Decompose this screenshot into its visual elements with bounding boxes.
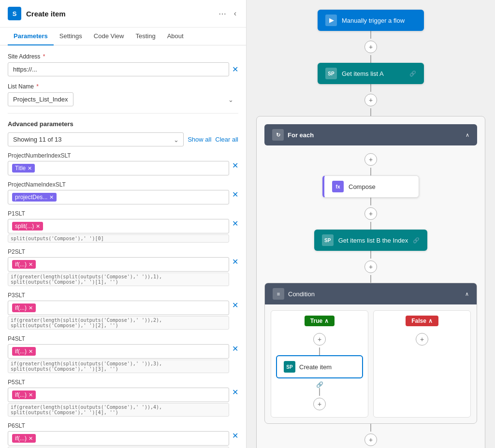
p6slt-label: P6SLT (8, 422, 238, 429)
project-name-input[interactable]: projectDes... ✕ (8, 190, 229, 204)
p1slt-clear[interactable]: ✕ (232, 219, 238, 228)
get-items-b-node[interactable]: SP Get items list B the Index 🔗 (314, 230, 428, 251)
for-each-content: + fx Compose + SP Get items list B the I… (264, 151, 477, 448)
p6slt-input[interactable]: if(...) ✕ (8, 431, 229, 446)
trigger-node[interactable]: ▶ Manually trigger a flow (318, 10, 424, 31)
connector1 (370, 31, 371, 39)
required-star2: * (36, 83, 39, 90)
p5slt-input[interactable]: if(...) ✕ (8, 388, 229, 402)
p5slt-section: P5SLT if(...) ✕ if(greater(length(split(… (8, 379, 238, 417)
p1slt-input[interactable]: split(...) ✕ (8, 219, 229, 233)
more-button[interactable]: ⋯ (217, 8, 228, 19)
condition-label: Condition (288, 290, 315, 298)
tabs-bar: Parameters Settings Code View Testing Ab… (0, 28, 246, 45)
plus1[interactable]: + (364, 41, 377, 53)
create-item-icon: SP (284, 361, 295, 373)
p3slt-clear[interactable]: ✕ (232, 301, 238, 310)
trigger-label: Manually trigger a flow (342, 17, 405, 24)
get-items-b-label: Get items list B the Index (338, 237, 408, 244)
get-items-a-node[interactable]: SP Get items list A 🔗 (318, 63, 424, 84)
list-name-label: List Name * (8, 83, 238, 90)
plus3[interactable]: + (364, 153, 377, 166)
false-branch: False ∧ + (373, 310, 471, 418)
title-token-remove[interactable]: ✕ (28, 165, 32, 172)
plus2[interactable]: + (364, 94, 377, 106)
false-branch-header: False ∧ (406, 316, 438, 326)
project-name-clear[interactable]: ✕ (232, 190, 238, 199)
tab-code-view[interactable]: Code View (88, 28, 130, 45)
plus-true[interactable]: + (313, 333, 326, 346)
tab-testing[interactable]: Testing (130, 28, 161, 45)
if5-token-remove[interactable]: ✕ (29, 392, 33, 398)
project-number-label: ProjectNumberIndexSLT (8, 152, 238, 159)
project-number-section: ProjectNumberIndexSLT Title ✕ ✕ (8, 152, 238, 175)
condition-chevron: ∧ (465, 291, 469, 297)
condition-header[interactable]: ≡ Condition ∧ (265, 283, 477, 304)
plus-true2[interactable]: + (313, 398, 326, 410)
create-item-label: Create item (299, 363, 332, 371)
clear-all-button[interactable]: Clear all (215, 136, 238, 143)
connector6 (370, 198, 371, 205)
p2slt-clear[interactable]: ✕ (232, 257, 238, 266)
plus-false[interactable]: + (416, 333, 428, 346)
advanced-select[interactable]: Showing 11 of 13 (8, 132, 184, 146)
p5slt-clear[interactable]: ✕ (232, 388, 238, 397)
p3slt-input[interactable]: if(...) ✕ (8, 301, 229, 315)
get-items-b-icon: SP (322, 234, 334, 246)
connector10 (370, 424, 371, 432)
for-each-icon: ↻ (272, 129, 284, 141)
collapse-button[interactable]: ‹ (232, 8, 238, 19)
for-each-header[interactable]: ↻ For each ∧ (264, 124, 477, 145)
false-chevron: ∧ (428, 318, 433, 324)
compose-node[interactable]: fx Compose (322, 175, 419, 198)
if4-token: if(...) ✕ (12, 347, 36, 356)
get-items-a-label: Get items list A (342, 70, 384, 77)
projectdes-token-remove[interactable]: ✕ (49, 194, 54, 201)
create-item-node[interactable]: SP Create item (276, 355, 363, 378)
true-branch-header: True ∧ (305, 316, 335, 326)
site-address-clear[interactable]: ✕ (232, 65, 238, 74)
connector-true2 (319, 388, 320, 396)
p2slt-label: P2SLT (8, 248, 238, 255)
panel-header: S Create item ⋯ ‹ (0, 0, 246, 28)
if4-token-remove[interactable]: ✕ (29, 348, 33, 355)
get-items-a-icon: SP (325, 68, 337, 79)
if3-token-remove[interactable]: ✕ (29, 305, 33, 311)
for-each-label: For each (288, 131, 314, 139)
advanced-controls: Showing 11 of 13 Show all Clear all (8, 132, 238, 146)
list-name-select-wrapper: Projects_List_Index (8, 92, 238, 106)
p2slt-input[interactable]: if(...) ✕ (8, 257, 229, 272)
condition-header-left: ≡ Condition (273, 288, 315, 300)
if6-token-remove[interactable]: ✕ (29, 435, 33, 442)
site-address-row: ✕ (8, 62, 238, 76)
panel-body: Site Address * ✕ List Name * Projects_Li… (0, 45, 246, 448)
tab-about[interactable]: About (161, 28, 189, 45)
project-number-row: Title ✕ ✕ (8, 161, 238, 175)
plus4[interactable]: + (364, 207, 377, 220)
tab-settings[interactable]: Settings (54, 28, 88, 45)
required-star: * (43, 53, 45, 60)
p4slt-input[interactable]: if(...) ✕ (8, 344, 229, 359)
connector9 (370, 275, 371, 283)
project-number-input[interactable]: Title ✕ (8, 161, 229, 175)
split-token-remove[interactable]: ✕ (36, 223, 40, 230)
tab-parameters[interactable]: Parameters (8, 28, 54, 45)
p6slt-clear[interactable]: ✕ (232, 431, 238, 440)
if2-token-remove[interactable]: ✕ (29, 261, 33, 268)
connector3 (370, 84, 371, 92)
list-name-select[interactable]: Projects_List_Index (8, 92, 73, 106)
project-number-clear[interactable]: ✕ (232, 161, 238, 170)
connector5 (370, 168, 371, 175)
p4slt-clear[interactable]: ✕ (232, 344, 238, 353)
projectdes-token: projectDes... ✕ (12, 193, 57, 202)
site-address-label: Site Address * (8, 53, 238, 60)
false-label: False (411, 318, 426, 324)
p4slt-section: P4SLT if(...) ✕ if(greater(length(split(… (8, 335, 238, 373)
show-all-button[interactable]: Show all (188, 136, 211, 143)
plus5[interactable]: + (364, 260, 377, 273)
site-address-input[interactable] (8, 62, 229, 76)
site-address-section: Site Address * ✕ (8, 53, 238, 76)
panel-title: Create item (26, 10, 212, 18)
for-each-header-left: ↻ For each (272, 129, 314, 141)
plus6[interactable]: + (364, 434, 377, 446)
